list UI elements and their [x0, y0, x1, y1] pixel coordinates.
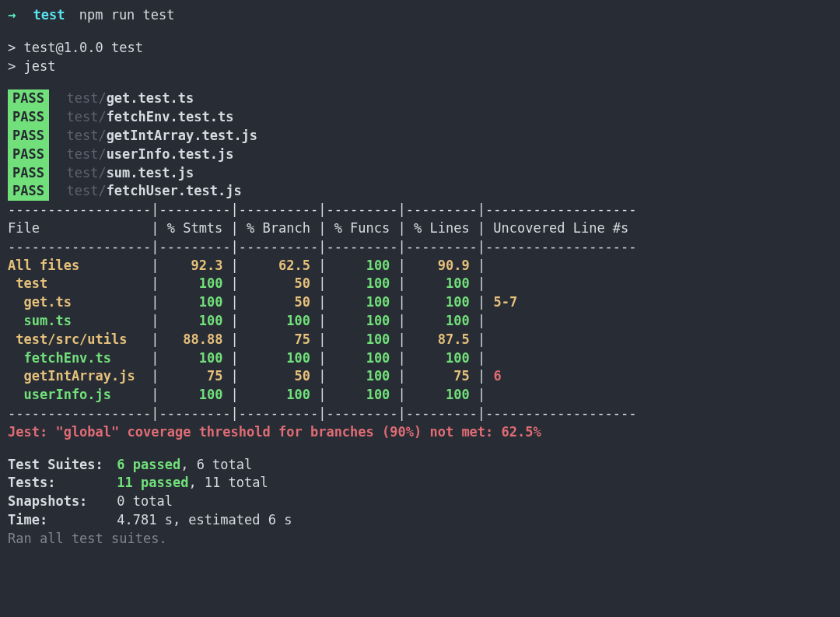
summary-time: Time: 4.781 s, estimated 6 s — [8, 511, 832, 530]
test-filename: getIntArray.test.js — [107, 127, 257, 145]
summary-value: 4.781 s, estimated 6 s — [117, 512, 292, 528]
summary-ran: Ran all test suites. — [8, 530, 832, 549]
summary-label: Time: — [8, 511, 109, 530]
test-path: test/ — [66, 108, 106, 127]
summary-passed: 6 passed — [117, 457, 180, 472]
test-path: test/ — [66, 127, 106, 145]
pass-badge: PASS — [8, 182, 49, 201]
summary-tests: Tests: 11 passed, 11 total — [8, 474, 832, 493]
pass-badge: PASS — [8, 145, 49, 164]
test-filename: sum.test.js — [107, 164, 194, 183]
summary-test-suites: Test Suites: 6 passed, 6 total — [8, 456, 832, 475]
test-result-line: PASS test/get.test.ts — [8, 89, 832, 108]
npm-output-line: > test@1.0.0 test — [8, 39, 832, 58]
test-result-line: PASS test/fetchEnv.test.ts — [8, 108, 832, 127]
test-filename: fetchUser.test.js — [107, 182, 242, 201]
prompt-command: npm run test — [79, 7, 175, 23]
prompt-line: → test npm run test — [8, 6, 832, 25]
summary-sep: , — [188, 475, 204, 490]
summary-value: 0 total — [117, 493, 173, 509]
test-filename: fetchEnv.test.ts — [107, 108, 234, 127]
summary-label: Tests: — [8, 474, 109, 493]
test-result-line: PASS test/fetchUser.test.js — [8, 182, 832, 201]
test-result-line: PASS test/getIntArray.test.js — [8, 127, 832, 145]
summary-sep: , — [180, 457, 196, 472]
test-path: test/ — [66, 89, 106, 108]
test-results-block: PASS test/get.test.ts PASS test/fetchEnv… — [8, 89, 832, 201]
summary-label: Snapshots: — [8, 493, 109, 511]
test-result-line: PASS test/userInfo.test.js — [8, 145, 832, 164]
summary-block: Test Suites: 6 passed, 6 total Tests: 11… — [8, 456, 832, 549]
test-result-line: PASS test/sum.test.js — [8, 164, 832, 183]
summary-snapshots: Snapshots: 0 total — [8, 493, 832, 511]
pass-badge: PASS — [8, 164, 49, 183]
pass-badge: PASS — [8, 108, 49, 127]
summary-label: Test Suites: — [8, 456, 109, 475]
summary-passed: 11 passed — [117, 475, 188, 490]
test-path: test/ — [66, 145, 106, 164]
npm-output-line: > jest — [8, 58, 832, 76]
pass-badge: PASS — [8, 89, 49, 108]
summary-total: 11 total — [205, 475, 268, 490]
coverage-error: Jest: "global" coverage threshold for br… — [8, 423, 832, 442]
summary-total: 6 total — [197, 457, 253, 472]
test-path: test/ — [66, 182, 106, 201]
test-filename: userInfo.test.js — [107, 145, 234, 164]
prompt-dir: test — [33, 7, 65, 23]
test-path: test/ — [66, 164, 106, 183]
terminal-output: → test npm run test > test@1.0.0 test > … — [0, 0, 840, 555]
coverage-table: ------------------|---------|----------|… — [8, 201, 832, 423]
prompt-arrow-icon: → — [8, 7, 16, 23]
test-filename: get.test.ts — [107, 89, 194, 108]
pass-badge: PASS — [8, 127, 49, 145]
